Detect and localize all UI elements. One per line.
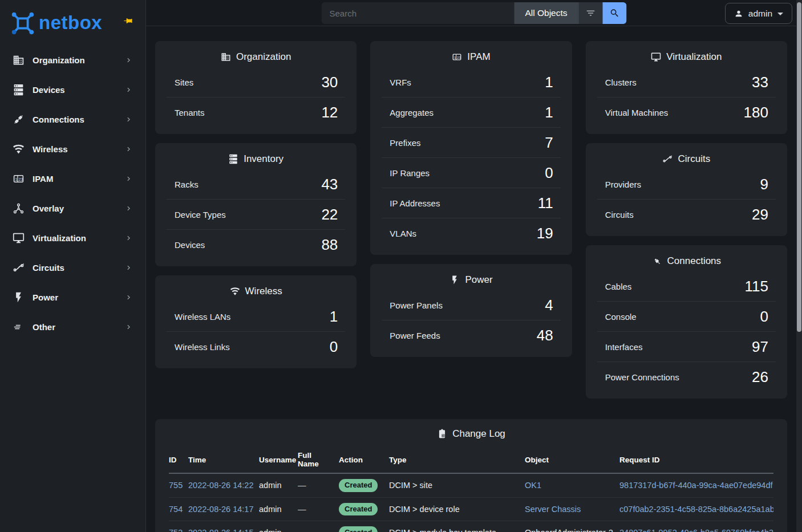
stat-label[interactable]: Tenants — [175, 108, 205, 117]
sidebar-item-wireless[interactable]: Wireless — [0, 134, 145, 164]
changelog-time-link[interactable]: 2022-08-26 14:17 — [188, 505, 254, 514]
chevron-right-icon — [124, 174, 133, 183]
connections-card: Connections Cables115Console0Interfaces9… — [586, 245, 787, 399]
stat-value[interactable]: 180 — [744, 104, 768, 121]
stat-value[interactable]: 22 — [321, 206, 338, 223]
stat-value[interactable]: 97 — [752, 338, 768, 355]
stat-row: Circuits29 — [597, 199, 776, 229]
stat-label[interactable]: IP Ranges — [390, 168, 430, 178]
request-id-link[interactable]: 24807c61-9952-49c6-b8a5-69760bfcc4b3 — [619, 528, 773, 532]
request-id-link[interactable]: 9817317d-b67f-440a-99ca-4ae07ede94df — [619, 481, 772, 490]
stat-value[interactable]: 12 — [321, 104, 338, 121]
stat-label[interactable]: Racks — [175, 180, 199, 189]
stat-label[interactable]: Providers — [605, 180, 641, 189]
stat-row: Providers9 — [597, 169, 776, 199]
stat-value[interactable]: 7 — [545, 134, 553, 151]
stat-value[interactable]: 48 — [537, 327, 553, 344]
stat-label[interactable]: Power Panels — [390, 300, 443, 310]
stat-label[interactable]: Wireless Links — [175, 342, 230, 352]
stat-value[interactable]: 1 — [545, 74, 553, 91]
scrollbar-track[interactable] — [796, 0, 802, 532]
stat-label[interactable]: Circuits — [605, 210, 634, 220]
stat-label[interactable]: Prefixes — [390, 138, 420, 148]
sidebar-item-power[interactable]: Power — [0, 282, 145, 312]
stat-label[interactable]: Power Connections — [605, 372, 679, 382]
stat-label[interactable]: VLANs — [390, 229, 416, 238]
fullname-value: — — [298, 505, 306, 514]
sidebar-item-devices[interactable]: Devices — [0, 75, 145, 104]
stat-value[interactable]: 26 — [752, 368, 768, 385]
stat-value[interactable]: 29 — [752, 206, 768, 223]
stat-label[interactable]: VRFs — [390, 78, 411, 87]
stat-label[interactable]: Wireless LANs — [175, 312, 230, 322]
card-header: Power — [382, 272, 560, 290]
stat-value[interactable]: 0 — [330, 338, 338, 355]
stat-value[interactable]: 4 — [545, 297, 553, 314]
object-link[interactable]: Server Chassis — [525, 505, 581, 514]
search-input[interactable] — [321, 2, 514, 24]
stat-label[interactable]: Clusters — [605, 78, 637, 87]
stat-label[interactable]: Virtual Machines — [605, 108, 669, 117]
stat-row: IP Ranges0 — [382, 157, 560, 188]
changelog-title-text: Change Log — [452, 428, 505, 440]
stat-label[interactable]: Aggregates — [390, 108, 434, 117]
changelog-column-header: Username — [259, 448, 298, 473]
sidebar-item-circuits[interactable]: Circuits — [0, 253, 145, 282]
stat-label[interactable]: IP Addresses — [390, 198, 440, 208]
stat-value[interactable]: 1 — [330, 308, 338, 325]
search-scope-dropdown[interactable]: All Objects — [514, 2, 578, 24]
user-menu-button[interactable]: admin — [725, 3, 792, 24]
stat-row: VRFs1 — [382, 67, 560, 97]
request-id-link[interactable]: c07f0ab2-2351-4c58-825a-8b6a2425a1ab — [619, 505, 773, 514]
changelog-time-link[interactable]: 2022-08-26 14:22 — [188, 481, 254, 490]
stat-value[interactable]: 0 — [760, 308, 768, 325]
changelog-column-header: Type — [389, 448, 525, 473]
stat-value[interactable]: 1 — [545, 104, 553, 121]
stat-label[interactable]: Interfaces — [605, 342, 643, 352]
chevron-right-icon — [124, 86, 133, 94]
stat-label[interactable]: Device Types — [175, 210, 226, 220]
sidebar-item-organization[interactable]: Organization — [0, 45, 145, 75]
card-header: Connections — [597, 253, 776, 271]
card-header: Virtualization — [597, 49, 776, 67]
sidebar-item-ipam[interactable]: 123 IPAM — [0, 164, 145, 193]
stat-value[interactable]: 9 — [760, 176, 768, 193]
stat-label[interactable]: Power Feeds — [390, 331, 440, 340]
sidebar-menu: Organization Devices Connections Wireles… — [0, 45, 145, 342]
stat-label[interactable]: Console — [605, 312, 637, 322]
object-link[interactable]: OK1 — [525, 481, 541, 490]
cell-username: admin — [259, 473, 298, 497]
changelog-id-link[interactable]: 755 — [169, 481, 183, 490]
counter-icon: 123 — [452, 52, 462, 62]
sidebar-item-label: Organization — [33, 55, 116, 65]
stat-value[interactable]: 115 — [745, 278, 768, 295]
changelog-column-header: Time — [188, 448, 259, 473]
scrollbar-thumb[interactable] — [797, 2, 801, 332]
stat-value[interactable]: 19 — [537, 225, 553, 242]
sidebar-item-connections[interactable]: Connections — [0, 104, 145, 134]
stat-value[interactable]: 11 — [538, 194, 553, 212]
sidebar-item-overlay[interactable]: Overlay — [0, 193, 145, 223]
wifi-icon — [13, 143, 25, 155]
changelog-id-link[interactable]: 753 — [169, 528, 183, 532]
sidebar-item-other[interactable]: Other — [0, 312, 145, 342]
card-header: Inventory — [167, 151, 345, 169]
logo-wordmark[interactable]: netbox — [39, 13, 102, 32]
stat-label[interactable]: Devices — [175, 240, 205, 250]
lines-icon — [13, 321, 25, 333]
changelog-id-link[interactable]: 754 — [169, 505, 183, 514]
cell-request-id: 24807c61-9952-49c6-b8a5-69760bfcc4b3 — [619, 521, 773, 532]
stat-value[interactable]: 43 — [321, 176, 338, 193]
netbox-logo-icon[interactable] — [9, 10, 35, 36]
stat-value[interactable]: 33 — [752, 74, 768, 91]
stat-value[interactable]: 30 — [321, 74, 338, 91]
stat-label[interactable]: Sites — [175, 78, 193, 87]
sidebar-item-virtualization[interactable]: Virtualization — [0, 223, 145, 253]
stat-value[interactable]: 0 — [545, 164, 553, 181]
stat-value[interactable]: 88 — [321, 236, 338, 253]
changelog-time-link[interactable]: 2022-08-26 14:15 — [188, 528, 254, 532]
search-button[interactable] — [603, 2, 627, 24]
stat-label[interactable]: Cables — [605, 282, 632, 291]
pin-icon[interactable] — [123, 16, 133, 26]
filter-button[interactable] — [578, 2, 603, 24]
